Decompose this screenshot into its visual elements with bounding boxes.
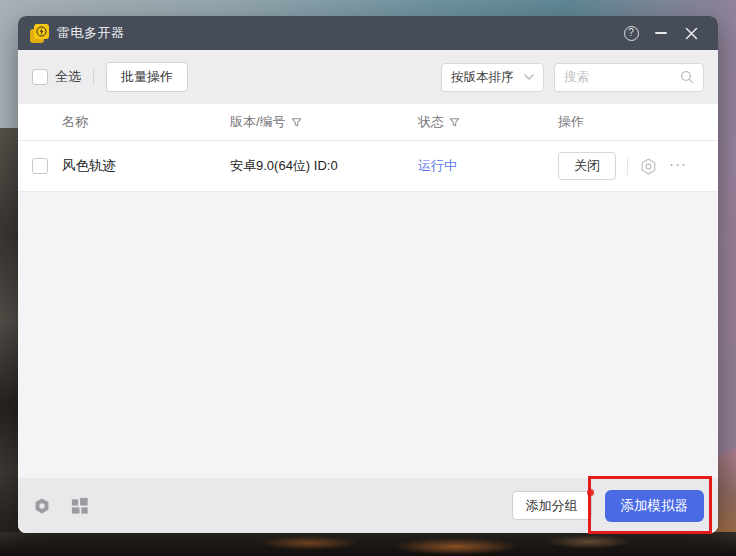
column-header-operation: 操作 xyxy=(558,113,718,131)
minimize-button[interactable] xyxy=(646,16,676,50)
close-emulator-button[interactable]: 关闭 xyxy=(558,152,616,180)
titlebar[interactable]: 雷电多开器 ? xyxy=(18,16,718,50)
emulator-list-empty-area xyxy=(18,192,718,478)
minimize-icon xyxy=(655,32,667,34)
close-button[interactable] xyxy=(676,16,706,50)
search-box[interactable] xyxy=(554,63,704,92)
window-title: 雷电多开器 xyxy=(57,24,125,42)
notification-dot xyxy=(587,489,594,496)
settings-gear-icon[interactable] xyxy=(639,157,658,176)
table-header-row: 名称 版本/编号 状态 操作 xyxy=(18,104,718,141)
add-group-button[interactable]: 添加分组 xyxy=(512,491,592,520)
column-header-status: 状态 xyxy=(418,113,558,131)
lightning-bolt-icon xyxy=(36,26,47,37)
settings-nut-icon[interactable] xyxy=(32,496,52,516)
emulator-row[interactable]: 风色轨迹 安卓9.0(64位) ID:0 运行中 关闭 ··· xyxy=(18,141,718,192)
emulator-version: 安卓9.0(64位) ID:0 xyxy=(230,157,418,175)
sort-dropdown-value: 按版本排序 xyxy=(451,69,514,86)
emulator-status-badge: 运行中 xyxy=(418,157,558,175)
close-icon xyxy=(685,27,698,40)
help-button[interactable]: ? xyxy=(616,16,646,50)
toolbar-divider xyxy=(93,69,94,85)
chevron-down-icon xyxy=(524,74,534,80)
add-emulator-button[interactable]: 添加模拟器 xyxy=(605,490,705,522)
toolbar: 全选 批量操作 按版本排序 xyxy=(18,50,718,104)
column-header-name: 名称 xyxy=(62,113,230,131)
filter-funnel-icon[interactable] xyxy=(449,117,460,128)
grid-layout-icon[interactable] xyxy=(70,496,89,515)
sort-dropdown[interactable]: 按版本排序 xyxy=(441,63,544,92)
footer-bar: 添加分组 添加模拟器 xyxy=(18,478,718,533)
select-all-label: 全选 xyxy=(55,68,81,86)
search-input[interactable] xyxy=(564,70,680,84)
ops-divider xyxy=(627,157,628,175)
emulator-name: 风色轨迹 xyxy=(62,157,230,175)
ldplayer-multi-instance-window: 雷电多开器 ? 全选 批量操作 按版本排序 xyxy=(18,16,718,533)
search-icon xyxy=(680,70,694,84)
more-options-icon[interactable]: ··· xyxy=(669,156,687,177)
batch-operation-button[interactable]: 批量操作 xyxy=(106,62,188,92)
filter-funnel-icon[interactable] xyxy=(291,117,302,128)
select-all-checkbox[interactable] xyxy=(32,69,48,85)
column-header-version: 版本/编号 xyxy=(230,113,418,131)
desktop-rocks-bottom xyxy=(0,532,736,556)
row-checkbox[interactable] xyxy=(32,158,48,174)
help-icon: ? xyxy=(624,26,639,41)
app-logo-lightning-icon xyxy=(30,24,49,43)
